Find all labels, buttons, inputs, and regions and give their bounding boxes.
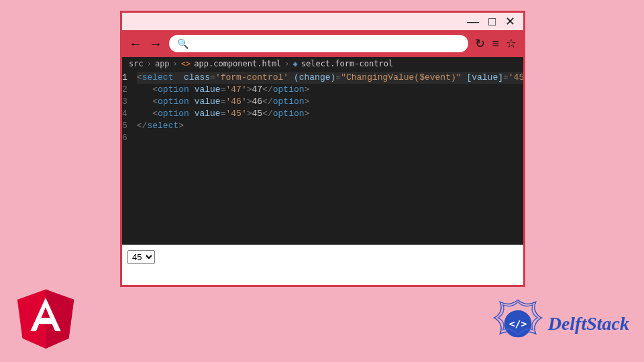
star-button[interactable]: ☆ [506, 36, 517, 51]
crumb-root[interactable]: src [129, 59, 144, 68]
svg-text:</>: </> [508, 318, 527, 329]
crumb-element[interactable]: select.form-control [301, 59, 393, 68]
output-select[interactable]: 474645 [127, 250, 155, 264]
line-gutter: 1 2 3 4 5 6 [122, 70, 133, 245]
minimize-button[interactable]: — [467, 15, 479, 27]
code-line: <option value='45'>45</option> [137, 108, 523, 120]
reload-button[interactable]: ↻ [475, 36, 485, 51]
delftstack-badge-icon: </> [493, 299, 543, 349]
line-number: 3 [122, 96, 127, 108]
url-bar[interactable]: 🔍 [169, 35, 468, 52]
delftstack-logo: </> DelftStack [493, 299, 629, 349]
crumb-folder[interactable]: app [155, 59, 170, 68]
line-number: 4 [122, 108, 127, 120]
chevron-icon: › [147, 59, 152, 68]
code-line: <select class='form-control' (change)="C… [137, 72, 523, 84]
code-line [137, 132, 523, 144]
maximize-button[interactable]: □ [488, 15, 496, 27]
line-number: 5 [122, 120, 127, 132]
line-number: 6 [122, 132, 127, 144]
line-number: 1 [122, 72, 127, 84]
element-icon: ◈ [293, 59, 298, 68]
chevron-icon: › [284, 59, 289, 68]
html-file-icon: <> [181, 59, 191, 68]
crumb-file[interactable]: app.component.html [194, 59, 281, 68]
angular-logo [13, 283, 78, 350]
browser-toolbar: ← → 🔍 ↻ ≡ ☆ [122, 30, 523, 57]
breadcrumb: src › app › <> app.component.html › ◈ se… [122, 57, 523, 70]
output-panel: 474645 [122, 245, 523, 285]
search-icon: 🔍 [177, 38, 189, 49]
code-pane[interactable]: <select class='form-control' (change)="C… [133, 70, 523, 245]
forward-button[interactable]: → [149, 36, 162, 52]
line-number: 2 [122, 84, 127, 96]
close-button[interactable]: ✕ [505, 15, 515, 27]
code-line: <option value='47'>47</option> [137, 84, 523, 96]
code-line: <option value='46'>46</option> [137, 96, 523, 108]
code-line: </select> [137, 120, 523, 132]
titlebar: — □ ✕ [122, 13, 523, 30]
code-editor[interactable]: 1 2 3 4 5 6 <select class='form-control'… [122, 70, 523, 245]
delftstack-text: DelftStack [548, 313, 629, 335]
browser-window: — □ ✕ ← → 🔍 ↻ ≡ ☆ src › app › <> app.com… [120, 11, 525, 287]
back-button[interactable]: ← [129, 36, 142, 52]
chevron-icon: › [173, 59, 178, 68]
menu-button[interactable]: ≡ [492, 37, 499, 51]
